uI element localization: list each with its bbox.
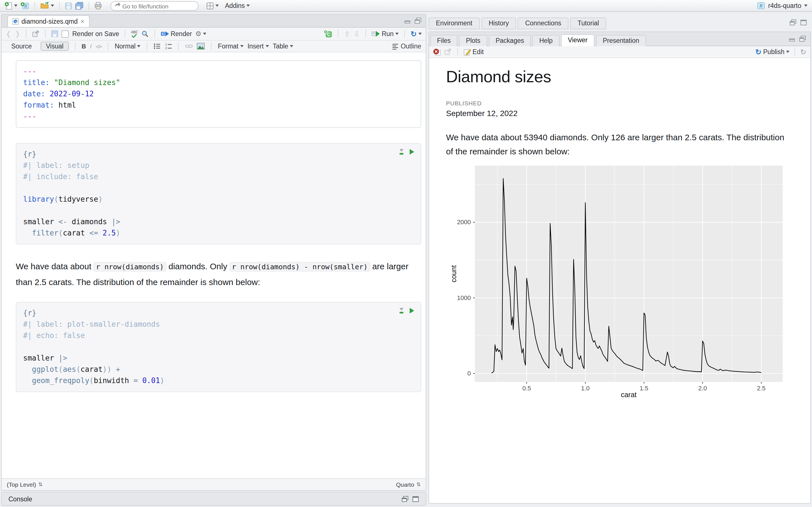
published-label: PUBLISHED <box>446 100 810 107</box>
tab-environment[interactable]: Environment <box>428 17 479 29</box>
language-mode-selector[interactable]: Quarto ⇅ <box>396 481 421 488</box>
save-button[interactable] <box>65 2 72 9</box>
run-chunk-icon[interactable] <box>409 149 414 155</box>
bullet-list-icon[interactable] <box>154 43 161 50</box>
prev-chunk-icon[interactable]: ⇧ <box>344 30 350 38</box>
open-file-button[interactable] <box>40 2 54 10</box>
restore-pane-icon[interactable] <box>402 496 409 502</box>
viewer-content[interactable]: Diamond sizes PUBLISHED September 12, 20… <box>429 58 810 503</box>
editor-toolbar: ❬ ❭ Render on Save ABC Render ⚙ <box>2 27 426 41</box>
restore-pane-icon[interactable] <box>799 36 806 42</box>
svg-text:1.0: 1.0 <box>581 385 590 392</box>
visual-mode-button[interactable]: Visual <box>41 42 68 51</box>
restore-pane-icon[interactable] <box>414 17 422 24</box>
render-on-save-checkbox[interactable] <box>61 30 69 38</box>
clear-viewer-icon[interactable] <box>433 48 441 55</box>
pane-layout-button[interactable] <box>206 2 219 9</box>
yaml-metadata-block[interactable]: ---title: "Diamond sizes"date: 2022-09-1… <box>16 60 421 128</box>
search-icon[interactable] <box>141 30 149 38</box>
addins-menu[interactable]: Addins <box>225 2 250 9</box>
save-all-button[interactable] <box>75 2 84 10</box>
outline-scope-selector[interactable]: (Top Level) ⇅ <box>7 481 43 488</box>
toolbar-separator <box>125 30 125 38</box>
bold-button[interactable]: B <box>82 43 86 50</box>
tab-label: diamond-sizes.qmd <box>21 18 78 25</box>
back-icon[interactable]: ❬ <box>6 31 11 37</box>
tab-packages[interactable]: Packages <box>489 35 531 46</box>
new-project-icon: R <box>20 1 29 10</box>
goto-file-input[interactable] <box>110 1 199 11</box>
tab-diamond-sizes[interactable]: diamond-sizes.qmd × <box>7 15 89 27</box>
save-doc-icon[interactable] <box>51 31 58 37</box>
tab-history[interactable]: History <box>481 17 516 29</box>
insert-menu-label: Insert <box>248 43 264 50</box>
tab-tutorial[interactable]: Tutorial <box>570 17 606 29</box>
svg-text:1000: 1000 <box>457 294 471 301</box>
edit-pencil-icon <box>463 48 471 55</box>
image-icon[interactable] <box>197 43 205 50</box>
run-chunk-icon[interactable] <box>409 307 414 314</box>
render-button[interactable]: Render <box>160 31 192 37</box>
format-menu[interactable]: Format <box>218 43 244 50</box>
outline-toggle[interactable]: Outline <box>392 43 421 50</box>
insert-menu[interactable]: Insert <box>248 43 269 50</box>
run-button[interactable]: Run <box>371 31 399 37</box>
format-menu-label: Format <box>218 43 239 50</box>
code-chunk-plot[interactable]: {r}#| label: plot-smaller-diamonds#| ech… <box>16 302 421 392</box>
tab-close-icon[interactable]: × <box>80 18 84 24</box>
popout-icon[interactable] <box>32 31 40 37</box>
document-canvas[interactable]: ---title: "Diamond sizes"date: 2022-09-1… <box>2 52 426 478</box>
svg-text:C: C <box>327 32 331 37</box>
italic-button[interactable]: I <box>90 43 92 50</box>
link-icon[interactable] <box>185 43 193 50</box>
tab-plots[interactable]: Plots <box>459 35 487 46</box>
tab-help[interactable]: Help <box>532 35 559 46</box>
tab-presentation[interactable]: Presentation <box>596 35 646 46</box>
render-icon <box>160 31 169 37</box>
main-toolbar: R Addins R r4ds-q <box>0 0 812 12</box>
source-mode-button[interactable]: Source <box>6 42 37 51</box>
spellcheck-icon[interactable]: ABC <box>131 30 138 38</box>
render-on-save-label: Render on Save <box>72 31 119 37</box>
new-file-button[interactable] <box>4 1 17 10</box>
run-chunks-above-icon[interactable] <box>399 149 404 155</box>
code-button[interactable]: </> <box>96 43 102 49</box>
tab-connections[interactable]: Connections <box>518 17 569 29</box>
tab-files[interactable]: Files <box>430 35 458 46</box>
restore-pane-icon[interactable] <box>790 19 797 25</box>
minimize-pane-icon[interactable] <box>789 36 796 42</box>
maximize-pane-icon[interactable] <box>800 19 807 25</box>
toolbar-separator <box>338 30 338 38</box>
popout-viewer-icon[interactable] <box>444 48 452 55</box>
render-settings-menu[interactable]: ⚙ <box>195 31 207 37</box>
maximize-pane-icon[interactable] <box>412 496 419 502</box>
insert-chunk-button[interactable]: C <box>324 30 332 38</box>
publish-button[interactable]: ↻ Publish <box>755 48 790 55</box>
editor-paragraph[interactable]: We have data about r nrow(diamonds) diam… <box>16 259 423 290</box>
code-chunk-setup[interactable]: {r}#| label: setup#| include: false libr… <box>16 143 421 244</box>
minimize-pane-icon[interactable] <box>404 17 411 24</box>
source-editor-pane: diamond-sizes.qmd × ❬ ❭ Render on Save A… <box>1 14 426 491</box>
run-chunks-above-icon[interactable] <box>399 307 404 314</box>
console-pane-header[interactable]: Console <box>1 492 426 506</box>
source-publish-button[interactable]: ↻ <box>410 30 422 38</box>
paragraph-style-menu[interactable]: Normal <box>115 43 141 50</box>
edit-button[interactable]: Edit <box>463 48 484 55</box>
project-menu[interactable]: R r4ds-quarto <box>757 2 808 10</box>
insert-menu-caret <box>265 45 269 47</box>
print-button[interactable] <box>94 2 102 10</box>
refresh-icon[interactable]: ↻ <box>800 48 806 55</box>
publish-label: Publish <box>763 48 784 55</box>
updown-icon: ⇅ <box>416 482 421 487</box>
quarto-file-icon <box>12 18 18 25</box>
rendered-document: Diamond sizes PUBLISHED September 12, 20… <box>429 58 810 158</box>
tab-viewer[interactable]: Viewer <box>561 34 594 46</box>
viewer-pane-tabbar: Files Plots Packages Help Viewer Present… <box>429 32 810 46</box>
table-menu[interactable]: Table <box>273 43 293 50</box>
gear-icon: ⚙ <box>195 31 202 37</box>
outline-icon <box>392 43 398 49</box>
numbered-list-icon[interactable]: 12 <box>165 43 172 50</box>
next-chunk-icon[interactable]: ⇩ <box>354 30 360 38</box>
new-project-button[interactable]: R <box>20 1 29 10</box>
forward-icon[interactable]: ❭ <box>15 31 20 37</box>
